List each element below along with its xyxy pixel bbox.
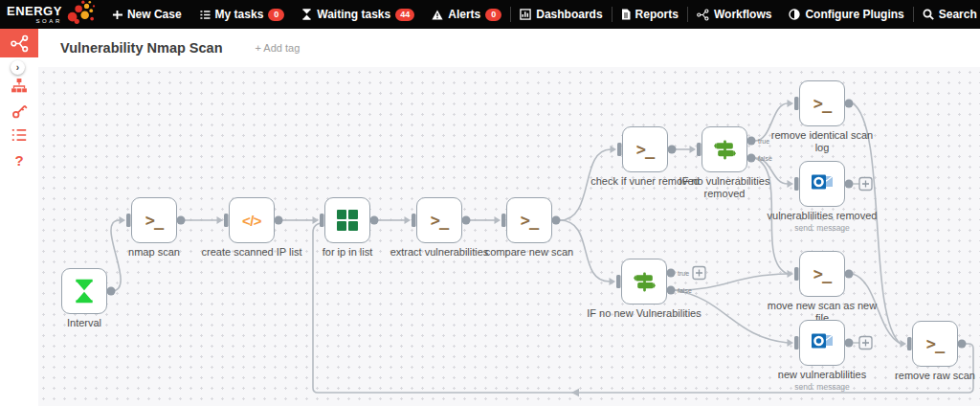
node-sublabel: send: message <box>764 382 880 392</box>
node-check-if-vuner-removed[interactable]: >_check if vuner removed <box>622 126 668 172</box>
node-new-vulnerabilities[interactable]: new vulnerablilitiessend: message <box>799 320 845 366</box>
nav-item-waiting-tasks[interactable]: Waiting tasks44 <box>293 0 423 29</box>
report-icon <box>621 9 631 20</box>
node-interval[interactable]: Interval <box>61 268 107 314</box>
question-icon: ? <box>14 152 23 169</box>
nav-item-label: My tasks <box>215 8 264 21</box>
nav-item-label: Waiting tasks <box>317 8 390 21</box>
workflow-header: Vulnerability Nmap Scan + Add tag <box>38 29 980 67</box>
node-remove-identical-scan-log[interactable]: >_remove identical scan log <box>799 80 845 126</box>
sidebar-item-sitemap[interactable] <box>11 78 29 95</box>
page-title: Vulnerability Nmap Scan <box>60 40 222 56</box>
nav-item-label: Reports <box>635 8 679 21</box>
nav-item-configure-plugins[interactable]: Configure Plugins <box>780 0 912 29</box>
code-icon: </> <box>242 213 261 229</box>
terminal-icon: >_ <box>813 94 831 113</box>
nav-item-alerts[interactable]: Alerts0 <box>423 0 510 29</box>
nav-item-reports[interactable]: Reports <box>612 0 687 29</box>
nav-item-label: Configure Plugins <box>805 8 903 21</box>
brand-logo[interactable]: ENERGY SOAR <box>0 0 103 30</box>
node-label: compare new scan <box>471 246 588 259</box>
nav-item-label: New Case <box>127 8 182 21</box>
checklist-icon <box>11 127 28 143</box>
node-sublabel: send: message <box>764 223 880 233</box>
terminal-icon: >_ <box>636 140 654 159</box>
chevron-right-icon: › <box>16 63 19 73</box>
terminal-icon: >_ <box>521 211 538 230</box>
terminal-icon: >_ <box>813 264 831 283</box>
sitemap-icon <box>11 78 29 95</box>
nav-item-label: Dashboards <box>536 8 602 21</box>
node-label: new vulnerablilitiessend: message <box>764 369 880 392</box>
chart-icon <box>520 9 531 20</box>
plus-icon <box>112 10 122 20</box>
node-compare-new-scan[interactable]: >_compare new scan <box>506 197 552 243</box>
terminal-icon: >_ <box>431 211 448 230</box>
nav-item-new-case[interactable]: New Case <box>103 0 190 29</box>
terminal-icon: >_ <box>145 211 163 230</box>
outlook-icon <box>810 172 835 195</box>
node-label: vulnerablilities removedsend: message <box>764 210 880 233</box>
add-tag-button[interactable]: + Add tag <box>255 42 300 54</box>
node-if-no-new-vulnerabilities[interactable]: IF no new Vulnerabilities <box>621 259 667 304</box>
terminal-icon: >_ <box>926 334 944 353</box>
sidebar-item-workflows[interactable] <box>0 29 38 57</box>
node-move-new-scan-as-new-file[interactable]: >_move new scan as new file <box>799 251 845 297</box>
nav-menu: New CaseMy tasks0Waiting tasks44Alerts0D… <box>103 0 980 29</box>
node-for-ip-in-list[interactable]: for ip in list <box>324 197 370 243</box>
nodes-layer: Interval>_nmap scan</>create scanned IP … <box>38 67 980 406</box>
count-badge: 0 <box>268 9 284 21</box>
nav-item-dashboards[interactable]: Dashboards <box>511 0 611 29</box>
sidebar-item-keys[interactable] <box>11 102 28 120</box>
nav-item-label: Alerts <box>448 8 480 21</box>
nav-item-workflows[interactable]: Workflows <box>688 0 780 29</box>
workflow-icon <box>11 34 29 53</box>
warning-icon <box>432 10 443 20</box>
outlook-icon <box>810 331 835 354</box>
top-nav-bar: ENERGY SOAR New CaseMy tasks0Waiting tas… <box>0 0 980 29</box>
task-list-icon <box>199 10 211 20</box>
brand-line2: SOAR <box>36 18 62 24</box>
nav-item-search[interactable]: Search <box>914 0 980 29</box>
workflow-icon <box>697 9 709 21</box>
brand-line1: ENERGY <box>7 5 62 17</box>
node-label: remove identical scan log <box>764 129 880 154</box>
key-icon <box>11 102 28 120</box>
sidebar-item-tasks[interactable] <box>11 127 28 143</box>
grid-icon <box>337 210 358 231</box>
brand-dots-icon <box>65 0 96 30</box>
node-create-scanned-ip-list[interactable]: </>create scanned IP list <box>229 197 275 243</box>
node-label: IF no vulnerabilities removed <box>666 175 783 200</box>
plugin-icon <box>789 9 800 20</box>
sidebar-collapse-toggle[interactable]: › <box>11 60 25 75</box>
search-icon <box>923 9 934 20</box>
nav-item-label: Search <box>939 8 977 21</box>
hourglass-green-icon <box>73 279 96 304</box>
node-extract-vulnerabilities[interactable]: >_extract vulnerabilities <box>416 197 462 243</box>
left-sidebar: ›? <box>0 29 38 406</box>
count-badge: 44 <box>395 9 414 21</box>
node-remove-raw-scan[interactable]: >_remove raw scan <box>912 321 958 367</box>
sidebar-item-help[interactable]: ? <box>14 152 23 169</box>
node-nmap-scan[interactable]: >_nmap scan <box>131 197 177 243</box>
node-label: remove raw scan <box>877 370 980 382</box>
nav-item-label: Workflows <box>714 8 771 21</box>
hourglass-icon <box>301 9 312 20</box>
node-vulnerabilities-removed[interactable]: vulnerablilities removedsend: message <box>799 161 845 207</box>
count-badge: 0 <box>485 9 501 21</box>
node-if-no-vulnerabilities-removed[interactable]: IF no vulnerabilities removed <box>702 126 747 172</box>
signpost-icon <box>633 270 657 294</box>
node-label: Interval <box>26 317 143 329</box>
nav-item-my-tasks[interactable]: My tasks0 <box>190 0 294 29</box>
node-label: IF no new Vulnerabilities <box>586 307 702 320</box>
signpost-icon <box>713 138 737 162</box>
